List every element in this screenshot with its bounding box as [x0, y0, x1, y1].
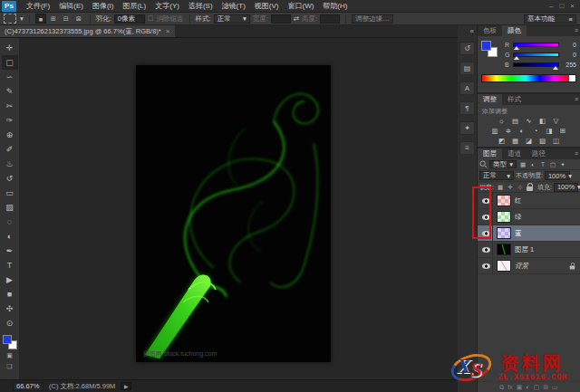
tool-brush[interactable]: ✐: [2, 142, 18, 157]
adjustment-filter-icon[interactable]: ◐: [528, 160, 537, 168]
visibility-toggle[interactable]: [480, 258, 493, 273]
adjustment-exposure-icon[interactable]: ◧: [537, 117, 548, 126]
color-panel-menu-icon[interactable]: ≡: [575, 27, 578, 33]
tool-path-selection[interactable]: ▶: [2, 272, 18, 287]
visibility-toggle[interactable]: [480, 209, 493, 225]
shape-filter-icon[interactable]: ▢: [548, 160, 557, 168]
tool-pen[interactable]: ✒: [2, 244, 18, 258]
tool-spot-healing-brush[interactable]: ⊕: [2, 128, 18, 142]
menu-item-filter[interactable]: 滤镜(T): [218, 0, 250, 12]
slider-thumb[interactable]: [514, 46, 519, 50]
lock-position-icon[interactable]: ⊹: [516, 183, 525, 191]
tab-通道[interactable]: 通道: [502, 148, 527, 159]
menu-item-window[interactable]: 窗口(W): [283, 0, 318, 12]
adjustments-panel-menu-icon[interactable]: ≡: [575, 96, 578, 102]
new-selection-icon[interactable]: ■: [35, 14, 46, 24]
channel-slider-B[interactable]: [513, 62, 559, 67]
lock-all-icon[interactable]: [527, 186, 533, 191]
foreground-background-colors[interactable]: [2, 334, 18, 350]
tab-色板[interactable]: 色板: [478, 25, 502, 36]
adjustment-gradient-map-icon[interactable]: ▧: [537, 137, 548, 146]
layers-panel-menu-icon[interactable]: ≡: [575, 150, 578, 157]
canvas-area[interactable]: 摄图网 stock.tuchong.com: [20, 38, 458, 379]
menu-item-layer[interactable]: 图层(L): [118, 0, 150, 12]
eye-icon[interactable]: [482, 215, 490, 220]
adjustment-photo-filter-icon[interactable]: ◔: [530, 127, 541, 136]
layer-thumbnail[interactable]: [497, 260, 511, 272]
adjustment-vibrance-icon[interactable]: ▽: [551, 117, 562, 126]
adjustment-black-white-icon[interactable]: ◐: [517, 127, 527, 136]
width-input[interactable]: [271, 14, 291, 24]
tool-blur[interactable]: ◌: [2, 215, 18, 229]
channel-slider-R[interactable]: [513, 43, 559, 47]
adjustment-selective-color-icon[interactable]: ◫: [551, 137, 562, 146]
visibility-toggle[interactable]: [480, 193, 493, 208]
smart-object-filter-icon[interactable]: ✦: [558, 160, 567, 168]
lock-transparency-icon[interactable]: ▦: [496, 183, 505, 191]
adjustment-channel-mixer-icon[interactable]: ◨: [544, 127, 555, 136]
eye-icon[interactable]: [482, 198, 490, 204]
channel-slider-G[interactable]: [513, 53, 559, 57]
document-tab[interactable]: (C)473731262132373555.jpg @ 66.7%(蓝, RGB…: [0, 25, 175, 37]
layer-thumbnail[interactable]: [497, 211, 511, 223]
layer-thumbnail[interactable]: [497, 244, 511, 255]
intersect-selection-icon[interactable]: ⊠: [73, 14, 84, 24]
layer-filter-type-dropdown[interactable]: 类型▾: [489, 160, 517, 168]
zoom-level-input[interactable]: 66.67%: [13, 382, 44, 391]
height-input[interactable]: [320, 14, 340, 24]
tool-rectangle-shape[interactable]: ■: [2, 287, 18, 301]
tab-close-icon[interactable]: ×: [166, 27, 170, 35]
tab-调整[interactable]: 调整: [478, 94, 502, 105]
workspace-switcher[interactable]: 基本功能≡: [524, 14, 576, 24]
document-image[interactable]: 摄图网 stock.tuchong.com: [136, 65, 331, 362]
layer-row-2[interactable]: 绿: [478, 209, 580, 225]
visibility-toggle[interactable]: [480, 242, 493, 257]
eye-icon[interactable]: [482, 231, 490, 236]
foreground-color-swatch[interactable]: [481, 41, 491, 51]
slider-thumb[interactable]: [514, 56, 519, 60]
lock-pixels-icon[interactable]: ✛: [506, 183, 515, 191]
adjustment-levels-icon[interactable]: ▤: [510, 117, 521, 126]
color-spectrum-ramp[interactable]: [481, 74, 576, 82]
brush-presets-icon[interactable]: ✦: [459, 121, 475, 135]
layer-thumbnail[interactable]: [497, 195, 511, 206]
layer-row-3[interactable]: 蓝: [478, 225, 580, 242]
foreground-color-chip[interactable]: [3, 335, 12, 344]
adjustment-color-lookup-icon[interactable]: ⊞: [557, 127, 568, 136]
adjustment-hue-saturation-icon[interactable]: ▥: [489, 127, 500, 136]
opacity-dropdown[interactable]: 100%▾: [545, 171, 570, 180]
tool-dodge[interactable]: ◐: [2, 229, 18, 244]
tool-quick-selection[interactable]: ✎: [2, 84, 18, 99]
eye-icon[interactable]: [482, 247, 490, 253]
tool-type[interactable]: T: [2, 258, 18, 272]
pixel-filter-icon[interactable]: ▦: [518, 160, 527, 168]
tool-eyedropper[interactable]: ✑: [2, 113, 18, 128]
tool-gradient[interactable]: ▨: [2, 200, 18, 215]
tab-样式[interactable]: 样式: [502, 94, 527, 105]
tool-crop[interactable]: ✂: [2, 99, 18, 113]
adjustment-brightness-contrast-icon[interactable]: ☼: [497, 117, 508, 126]
menu-item-view[interactable]: 视图(V): [250, 0, 284, 12]
tool-preset-arrow[interactable]: ▾: [20, 14, 24, 23]
character-icon[interactable]: A: [459, 81, 475, 95]
tab-图层[interactable]: 图层: [478, 148, 502, 159]
add-to-selection-icon[interactable]: ⊞: [48, 14, 59, 24]
tool-rectangular-marquee[interactable]: ▢: [2, 55, 18, 70]
tool-eraser[interactable]: ▭: [2, 186, 18, 200]
adjustment-posterize-icon[interactable]: ▦: [510, 137, 521, 146]
tool-history-brush[interactable]: ↺: [2, 171, 18, 186]
clone-source-icon[interactable]: ≡: [459, 141, 475, 155]
menu-item-help[interactable]: 帮助(H): [318, 0, 352, 12]
blend-mode-dropdown[interactable]: 正常▾: [479, 171, 514, 180]
tool-preset-icon[interactable]: [4, 14, 16, 24]
history-icon[interactable]: ↺: [459, 42, 475, 55]
refine-edge-button[interactable]: 调整边缘…: [352, 14, 393, 24]
status-expand-icon[interactable]: ▶: [121, 382, 131, 390]
paragraph-icon[interactable]: ¶: [459, 101, 475, 115]
close-icon[interactable]: ×: [570, 1, 575, 12]
menu-item-edit[interactable]: 编辑(E): [54, 0, 88, 12]
menu-item-select[interactable]: 选择(S): [184, 0, 218, 12]
maximize-icon[interactable]: □: [559, 1, 564, 12]
collapse-panels-icon[interactable]: «: [470, 27, 477, 35]
layer-thumbnail[interactable]: [497, 227, 511, 239]
